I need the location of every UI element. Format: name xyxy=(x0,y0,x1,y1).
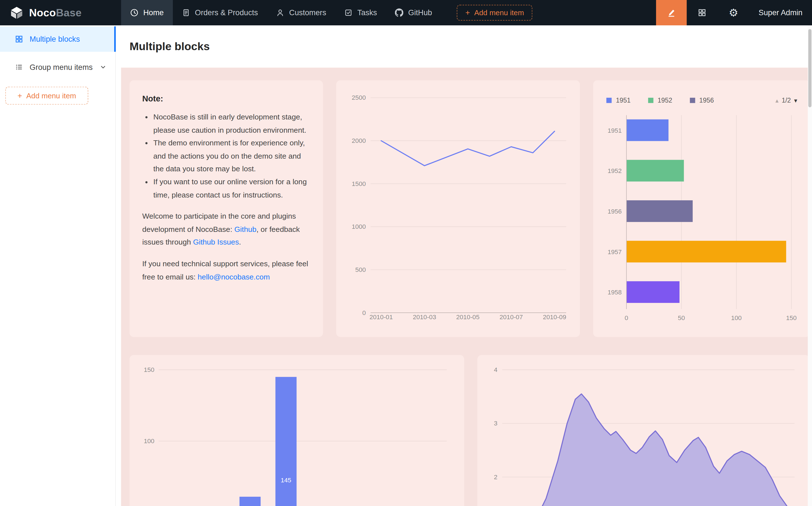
horizontal-bar-chart-block: 195119521956▲1/2▼ 0501001501951195219561… xyxy=(593,80,810,337)
svg-text:1957: 1957 xyxy=(608,249,622,256)
nav-tab-github[interactable]: GitHub xyxy=(386,0,441,25)
list-icon xyxy=(15,63,23,71)
svg-text:100: 100 xyxy=(731,315,742,322)
svg-text:2010-03: 2010-03 xyxy=(413,314,436,321)
sidebar-item-multiple-blocks[interactable]: Multiple blocks xyxy=(0,26,115,52)
svg-text:3: 3 xyxy=(494,420,498,427)
note-bullet: If you want to use our online version fo… xyxy=(153,175,310,201)
add-menu-item-label: Add menu item xyxy=(26,91,76,100)
plus-icon xyxy=(17,91,22,100)
bar-chart: 150100505261145 xyxy=(129,355,464,506)
area-chart: 432 xyxy=(477,355,809,506)
horizontal-bar-chart: 05010015019511952195619571958 xyxy=(593,80,810,337)
line-chart: 050010001500200025002010-012010-032010-0… xyxy=(337,80,580,337)
highlighter-icon xyxy=(667,8,676,17)
plus-icon xyxy=(465,8,470,17)
svg-text:50: 50 xyxy=(678,315,685,322)
legend-page-down-icon[interactable]: ▼ xyxy=(793,97,799,103)
legend-label: 1956 xyxy=(699,97,714,104)
svg-text:2000: 2000 xyxy=(352,137,366,144)
legend-pagination: ▲1/2▼ xyxy=(774,97,798,104)
svg-text:2: 2 xyxy=(494,474,498,481)
nav-tab-tasks[interactable]: Tasks xyxy=(335,0,386,25)
sidebar-add-menu-item: Add menu item xyxy=(5,87,115,105)
nav-add-menu-item: Add menu item xyxy=(457,5,533,20)
page-title: Multiple blocks xyxy=(129,40,210,53)
receipt-icon xyxy=(181,8,190,17)
svg-text:1956: 1956 xyxy=(608,208,622,215)
main-area: Multiple blocks Note: NocoBase is still … xyxy=(116,25,812,506)
add-menu-item-label: Add menu item xyxy=(474,8,524,17)
legend-marker xyxy=(690,98,695,103)
github-icon xyxy=(395,8,403,17)
svg-text:1952: 1952 xyxy=(608,167,622,174)
note-bullet: The demo environment is for experience o… xyxy=(153,136,310,175)
sidebar-item-label: Group menu items xyxy=(29,63,93,71)
svg-text:1958: 1958 xyxy=(608,289,622,296)
blocks-grid-icon xyxy=(15,35,23,44)
nav-tab-customers[interactable]: Customers xyxy=(267,0,335,25)
nav-tab-label: Home xyxy=(143,8,164,17)
note-title: Note: xyxy=(142,94,310,104)
svg-text:2010-01: 2010-01 xyxy=(370,314,393,321)
settings-button[interactable] xyxy=(718,0,749,25)
note-paragraph-2: If you need technical support services, … xyxy=(142,257,310,283)
note-bullet-list: NocoBase is still in early development s… xyxy=(142,110,310,201)
nav-tab-label: GitHub xyxy=(408,8,432,17)
note-text: . xyxy=(239,238,241,246)
chevron-down-icon xyxy=(100,64,106,70)
top-navbar: NocoBase Home Orders & Products Customer… xyxy=(0,0,812,25)
bar-chart-block: 150100505261145 xyxy=(129,355,464,506)
page-header: Multiple blocks xyxy=(116,25,812,68)
user-menu[interactable]: Super Admin xyxy=(749,0,812,25)
svg-text:500: 500 xyxy=(355,266,366,273)
vertical-scrollbar xyxy=(808,25,812,506)
area-chart-block: 432 xyxy=(477,355,809,506)
legend-marker xyxy=(648,98,653,103)
nav-tab-orders-products[interactable]: Orders & Products xyxy=(173,0,267,25)
scrollbar-thumb[interactable] xyxy=(808,29,811,107)
nav-tab-label: Customers xyxy=(289,8,326,17)
add-menu-item-button[interactable]: Add menu item xyxy=(457,5,533,20)
legend-page-number: 1/2 xyxy=(782,97,791,104)
svg-text:4: 4 xyxy=(494,366,498,373)
legend-item-1956[interactable]: 1956 xyxy=(690,97,714,104)
main-nav: Home Orders & Products Customers Tasks xyxy=(121,0,532,25)
plugin-manager-button[interactable] xyxy=(687,0,718,25)
line-chart-block: 050010001500200025002010-012010-032010-0… xyxy=(337,80,580,337)
legend-item-1951[interactable]: 1951 xyxy=(606,97,631,104)
gear-icon xyxy=(729,6,738,19)
email-link[interactable]: hello@nocobase.com xyxy=(198,272,270,281)
page-content: Note: NocoBase is still in early develop… xyxy=(121,68,812,506)
svg-text:150: 150 xyxy=(144,366,154,373)
legend-item-1952[interactable]: 1952 xyxy=(648,97,672,104)
note-block: Note: NocoBase is still in early develop… xyxy=(129,80,323,337)
logo-text: NocoBase xyxy=(29,6,81,19)
sidebar: Multiple blocks Group menu items Add men… xyxy=(0,25,116,506)
svg-text:100: 100 xyxy=(144,437,154,444)
svg-text:145: 145 xyxy=(281,477,292,484)
sidebar-add-menu-item-button[interactable]: Add menu item xyxy=(5,87,88,105)
github-link[interactable]: Github xyxy=(234,225,256,233)
user-name-label: Super Admin xyxy=(759,8,803,17)
svg-text:1951: 1951 xyxy=(608,127,622,134)
github-issues-link[interactable]: Github Issues xyxy=(193,238,239,246)
svg-text:0: 0 xyxy=(362,309,366,316)
note-bullet: NocoBase is still in early development s… xyxy=(153,110,310,136)
svg-text:2010-07: 2010-07 xyxy=(500,314,523,321)
check-square-icon xyxy=(344,8,353,17)
svg-text:150: 150 xyxy=(786,315,797,322)
svg-text:0: 0 xyxy=(625,315,629,322)
svg-text:1000: 1000 xyxy=(352,223,366,230)
chart-legend: 195119521956▲1/2▼ xyxy=(606,97,799,104)
svg-text:1500: 1500 xyxy=(352,180,366,187)
ui-editor-button[interactable] xyxy=(656,0,687,25)
nav-tab-home[interactable]: Home xyxy=(121,0,172,25)
legend-label: 1951 xyxy=(616,97,631,104)
blocks-row-2: 150100505261145 432 xyxy=(129,355,810,506)
legend-label: 1952 xyxy=(658,97,672,104)
legend-page-up-icon[interactable]: ▲ xyxy=(774,97,780,103)
svg-text:2010-05: 2010-05 xyxy=(456,314,479,321)
nocobase-logo[interactable]: NocoBase xyxy=(0,0,121,25)
sidebar-item-group-menu-items[interactable]: Group menu items xyxy=(0,54,115,80)
